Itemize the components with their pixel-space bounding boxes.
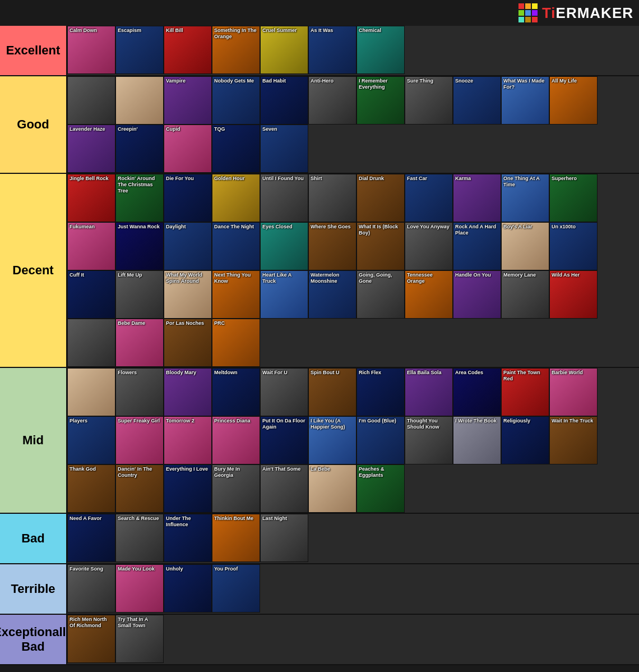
song-card[interactable]: Princess Diana <box>212 416 260 464</box>
song-card[interactable]: Bebe Dame <box>115 319 164 367</box>
song-card[interactable]: Nobody Gets Me <box>212 76 260 125</box>
song-card[interactable]: One Thing At A Time <box>501 174 549 222</box>
song-card[interactable]: Unholy <box>164 564 212 613</box>
song-card[interactable]: What It Is (Block Boy) <box>356 222 405 270</box>
song-card[interactable]: What Was I Made For? <box>501 76 549 125</box>
song-card[interactable]: Fast Car <box>405 174 453 222</box>
song-card[interactable]: Lift Me Up <box>115 270 164 319</box>
song-card[interactable]: Thinkin Bout Me <box>212 514 260 562</box>
song-card[interactable]: Barbie World <box>549 368 598 416</box>
song-card[interactable]: Ella Baila Sola <box>405 368 453 416</box>
song-card[interactable]: Seven <box>260 125 308 173</box>
song-card[interactable]: Watermelon Moonshine <box>308 270 356 319</box>
song-card[interactable]: Memory Lane <box>501 270 549 319</box>
song-card[interactable]: All My Life <box>549 76 598 125</box>
song-card[interactable]: Creepin' <box>115 125 164 173</box>
song-card[interactable]: Heart Like A Truck <box>260 270 308 319</box>
song-card[interactable] <box>67 368 115 416</box>
song-card[interactable]: Rock And A Hard Place <box>453 222 501 270</box>
song-card[interactable]: Golden Hour <box>212 174 260 222</box>
song-card[interactable]: Thought You Should Know <box>405 416 453 464</box>
song-card[interactable]: Cupid <box>164 125 212 173</box>
song-card[interactable]: Players <box>67 416 115 464</box>
song-card[interactable]: Bury Me In Georgia <box>212 464 260 513</box>
song-card[interactable]: Next Thing You Know <box>212 270 260 319</box>
song-card[interactable]: Calm Down <box>67 26 115 74</box>
song-card[interactable] <box>115 76 164 125</box>
song-card[interactable]: Paint The Town Red <box>501 368 549 416</box>
song-card[interactable]: La Bebe <box>308 464 356 513</box>
song-card[interactable]: Handle On You <box>453 270 501 319</box>
song-card[interactable] <box>67 319 115 367</box>
song-card[interactable]: I'm Good (Blue) <box>356 416 405 464</box>
song-card[interactable]: Shirt <box>308 174 356 222</box>
song-card[interactable]: Un x100to <box>549 222 598 270</box>
song-card[interactable]: Wait For U <box>260 368 308 416</box>
song-card[interactable]: Die For You <box>164 174 212 222</box>
song-card[interactable]: Karma <box>453 174 501 222</box>
song-card[interactable]: Put It On Da Floor Again <box>260 416 308 464</box>
song-card[interactable]: I Wrote The Book <box>453 416 501 464</box>
song-card[interactable]: Rich Men North Of Richmond <box>67 615 115 663</box>
song-card[interactable]: Going, Going, Gone <box>356 270 405 319</box>
song-card[interactable]: Dancin' In The Country <box>115 464 164 513</box>
song-card[interactable]: Super Freaky Girl <box>115 416 164 464</box>
song-card[interactable]: Fukumean <box>67 222 115 270</box>
song-card[interactable]: Area Codes <box>453 368 501 416</box>
song-card[interactable]: Flowers <box>115 368 164 416</box>
song-card[interactable]: Jingle Bell Rock <box>67 174 115 222</box>
song-card[interactable]: Lavender Haze <box>67 125 115 173</box>
song-card[interactable]: Rich Flex <box>356 368 405 416</box>
song-card[interactable]: TQG <box>212 125 260 173</box>
song-card[interactable]: Kill Bill <box>164 26 212 74</box>
song-card[interactable]: Chemical <box>356 26 405 74</box>
song-card[interactable]: You Proof <box>212 564 260 613</box>
song-card[interactable]: Wild As Her <box>549 270 598 319</box>
song-card[interactable]: Need A Favor <box>67 514 115 562</box>
song-card[interactable]: Cuff It <box>67 270 115 319</box>
song-card[interactable]: Under The Influence <box>164 514 212 562</box>
song-card[interactable]: Bloody Mary <box>164 368 212 416</box>
song-card[interactable]: Try That In A Small Town <box>115 615 164 663</box>
song-card[interactable] <box>67 76 115 125</box>
song-card[interactable]: Snooze <box>453 76 501 125</box>
song-card[interactable]: As It Was <box>308 26 356 74</box>
song-card[interactable]: Last Night <box>260 514 308 562</box>
song-card[interactable]: Religiously <box>501 416 549 464</box>
song-card[interactable]: Escapism <box>115 26 164 74</box>
song-card[interactable]: PRC <box>212 319 260 367</box>
song-card[interactable]: Love You Anyway <box>405 222 453 270</box>
song-card[interactable]: Eyes Closed <box>260 222 308 270</box>
song-card[interactable]: Rockin' Around The Christmas Tree <box>115 174 164 222</box>
song-card[interactable]: What My World Spins Around <box>164 270 212 319</box>
song-card[interactable]: Spin Bout U <box>308 368 356 416</box>
song-card[interactable]: Daylight <box>164 222 212 270</box>
song-card[interactable]: Made You Look <box>115 564 164 613</box>
song-card[interactable]: Dial Drunk <box>356 174 405 222</box>
song-card[interactable]: Meltdown <box>212 368 260 416</box>
song-card[interactable]: Superhero <box>549 174 598 222</box>
song-card[interactable]: Bad Habit <box>260 76 308 125</box>
song-card[interactable]: Wait In The Truck <box>549 416 598 464</box>
song-card[interactable]: Vampire <box>164 76 212 125</box>
song-card[interactable]: Everything I Love <box>164 464 212 513</box>
song-card[interactable]: Just Wanna Rock <box>115 222 164 270</box>
song-card[interactable]: Thank God <box>67 464 115 513</box>
song-card[interactable]: Peaches & Eggplants <box>356 464 405 513</box>
song-card[interactable]: Tennessee Orange <box>405 270 453 319</box>
song-card[interactable]: I Like You (A Happier Song) <box>308 416 356 464</box>
song-card[interactable]: Por Las Noches <box>164 319 212 367</box>
song-card[interactable]: Tomorrow 2 <box>164 416 212 464</box>
song-card[interactable]: Sure Thing <box>405 76 453 125</box>
song-card[interactable]: Dance The Night <box>212 222 260 270</box>
song-card[interactable]: Anti-Hero <box>308 76 356 125</box>
song-card[interactable]: Cruel Summer <box>260 26 308 74</box>
song-card[interactable]: Until I Found You <box>260 174 308 222</box>
song-card[interactable]: Ain't That Some <box>260 464 308 513</box>
song-card[interactable]: Favorite Song <box>67 564 115 613</box>
song-card[interactable]: I Remember Everything <box>356 76 405 125</box>
song-card[interactable]: Where She Goes <box>308 222 356 270</box>
song-card[interactable]: Search & Rescue <box>115 514 164 562</box>
song-card[interactable]: Something In The Orange <box>212 26 260 74</box>
song-card[interactable]: Boy's A Liar <box>501 222 549 270</box>
